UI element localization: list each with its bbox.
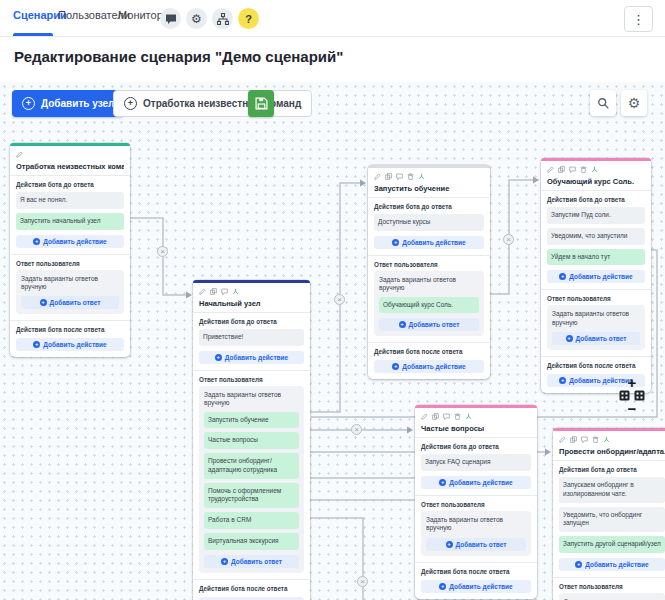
- answer-item[interactable]: Обучающий курс Соль.: [379, 297, 479, 314]
- arrow-into-start: [186, 292, 192, 299]
- edit-icon[interactable]: [16, 151, 23, 158]
- add-answer-button[interactable]: + Добавить ответ: [552, 332, 640, 345]
- node-title: Запустить обучение: [374, 184, 484, 193]
- action-item[interactable]: Запускаем онбординг в изолированном чате…: [559, 477, 665, 503]
- copy-icon[interactable]: [432, 413, 439, 420]
- comment-icon[interactable]: [443, 413, 450, 420]
- kebab-menu-button[interactable]: ⋮: [624, 6, 653, 32]
- action-item[interactable]: Уйдем в начало тут: [547, 249, 645, 266]
- add-answer-button[interactable]: + Добавить ответ: [21, 296, 119, 309]
- manual-answers-label: Задать варианты ответов вручную: [204, 391, 299, 408]
- add-action-button[interactable]: + Добавить действие: [16, 338, 124, 351]
- node-card-unknown-commands[interactable]: Отработка неизвестных команд Действия бо…: [10, 143, 130, 357]
- add-action-button[interactable]: + Добавить действие: [374, 236, 484, 249]
- node-card-course[interactable]: Обучающий курс Соль. Действия бота до от…: [541, 158, 651, 393]
- action-item[interactable]: Уведомим, что запустили: [547, 228, 645, 245]
- edit-icon[interactable]: [199, 288, 206, 295]
- action-item[interactable]: Запустить другой сценарий/узел: [559, 536, 665, 553]
- branch-icon[interactable]: [603, 436, 610, 443]
- delete-connection-button[interactable]: ×: [334, 294, 345, 305]
- answer-item[interactable]: Работа в CRM: [204, 512, 299, 529]
- add-action-label: Добавить действие: [402, 239, 465, 246]
- node-card-onboarding[interactable]: Провести онбординг/адапта... Действия бо…: [553, 428, 665, 600]
- sitemap-icon[interactable]: [212, 8, 233, 29]
- delete-connection-button[interactable]: ×: [503, 234, 514, 245]
- trash-icon[interactable]: [592, 436, 599, 443]
- comment-icon[interactable]: [569, 166, 576, 173]
- add-answer-label: Добавить ответ: [409, 321, 460, 328]
- zoom-in-button[interactable]: +: [612, 376, 652, 389]
- answer-item[interactable]: Помочь с оформлением трудоустройства: [204, 483, 299, 509]
- help-icon[interactable]: ?: [238, 8, 259, 29]
- copy-icon[interactable]: [558, 166, 565, 173]
- gear-icon[interactable]: ⚙: [186, 8, 207, 29]
- add-node-button[interactable]: + Добавить узел: [12, 90, 124, 117]
- branch-icon[interactable]: [418, 173, 425, 180]
- answer-item[interactable]: Виртуальная экскурсия: [204, 533, 299, 550]
- add-answer-button[interactable]: + Добавить ответ: [204, 555, 299, 568]
- branch-icon[interactable]: [591, 166, 598, 173]
- node-card-faq[interactable]: Частые вопросы Действия бота до ответа З…: [415, 405, 537, 599]
- delete-connection-button[interactable]: ×: [157, 246, 168, 257]
- add-answer-button[interactable]: + Добавить ответ: [426, 538, 526, 551]
- section-label: Действия бота до ответа: [199, 318, 304, 325]
- action-item[interactable]: Запустить начальный узел: [16, 213, 124, 230]
- add-answer-label: Добавить ответ: [456, 541, 507, 548]
- delete-connection-button[interactable]: ×: [351, 424, 362, 435]
- edit-icon[interactable]: [421, 413, 428, 420]
- comment-icon[interactable]: [581, 436, 588, 443]
- add-answer-label: Добавить ответ: [50, 299, 101, 306]
- answer-item[interactable]: Провести онбординг/ адаптацию сотрудника: [204, 453, 299, 479]
- add-answer-button[interactable]: + Добавить ответ: [379, 318, 479, 331]
- tab-monitor[interactable]: Монитор: [118, 9, 163, 21]
- action-item[interactable]: Приветствие!: [199, 329, 304, 346]
- add-action-button[interactable]: + Добавить действие: [547, 270, 645, 283]
- edit-icon[interactable]: [559, 436, 566, 443]
- add-action-button[interactable]: + Добавить действие: [16, 235, 124, 248]
- add-action-label: Добавить действие: [449, 479, 512, 486]
- node-title: Частые вопросы: [421, 424, 531, 433]
- search-button[interactable]: [590, 90, 616, 116]
- add-action-label: Добавить действие: [569, 273, 632, 280]
- copy-icon[interactable]: [385, 173, 392, 180]
- trash-icon[interactable]: [407, 173, 414, 180]
- add-action-button[interactable]: + Добавить действие: [199, 351, 304, 364]
- manual-answers-label: Задать варианты ответов вручную: [426, 516, 526, 533]
- answer-item[interactable]: Частые вопросы: [204, 432, 299, 449]
- add-action-button[interactable]: + Добавить действие: [374, 360, 484, 373]
- section-label: Действия бота до ответа: [374, 203, 484, 210]
- branch-icon[interactable]: [465, 413, 472, 420]
- node-card-training[interactable]: Запустить обучение Действия бота до отве…: [368, 165, 490, 379]
- edit-icon[interactable]: [374, 173, 381, 180]
- add-action-button[interactable]: + Добавить действие: [421, 580, 531, 593]
- branch-icon[interactable]: [232, 288, 239, 295]
- trash-icon[interactable]: [454, 413, 461, 420]
- unknown-commands-button[interactable]: + Отработка неизвестных команд: [113, 90, 312, 117]
- edit-icon[interactable]: [547, 166, 554, 173]
- save-button[interactable]: [248, 90, 274, 117]
- action-item[interactable]: Запустим Пуд соли.: [547, 207, 645, 224]
- section-label: Ответ пользователя: [547, 295, 645, 302]
- action-item[interactable]: Доступные курсы: [374, 214, 484, 231]
- comment-icon[interactable]: [221, 288, 228, 295]
- section-label: Ответ пользователя: [374, 261, 484, 268]
- add-action-button[interactable]: + Добавить действие: [559, 558, 665, 571]
- copy-icon[interactable]: [570, 436, 577, 443]
- canvas-settings-button[interactable]: ⚙: [621, 90, 647, 116]
- trash-icon[interactable]: [580, 166, 587, 173]
- section-label: Ответ пользователя: [421, 501, 531, 508]
- delete-connection-button[interactable]: ×: [357, 576, 368, 587]
- action-item[interactable]: Запуск FAQ сценария: [421, 454, 531, 471]
- add-action-button[interactable]: + Добавить действие: [421, 476, 531, 489]
- zoom-out-button[interactable]: −: [612, 402, 652, 415]
- plus-icon: +: [33, 341, 40, 348]
- plus-icon: +: [124, 97, 137, 110]
- add-action-label: Добавить действие: [449, 583, 512, 590]
- answer-item[interactable]: Запустить обучение: [204, 412, 299, 429]
- comment-icon[interactable]: [396, 173, 403, 180]
- copy-icon[interactable]: [210, 288, 217, 295]
- chat-icon[interactable]: [160, 8, 181, 29]
- action-item[interactable]: Уведомить, что онбординг запущен: [559, 507, 665, 533]
- action-item[interactable]: Я вас не понял.: [16, 192, 124, 209]
- node-card-start[interactable]: Начальный узел Действия бота до ответа П…: [193, 280, 310, 600]
